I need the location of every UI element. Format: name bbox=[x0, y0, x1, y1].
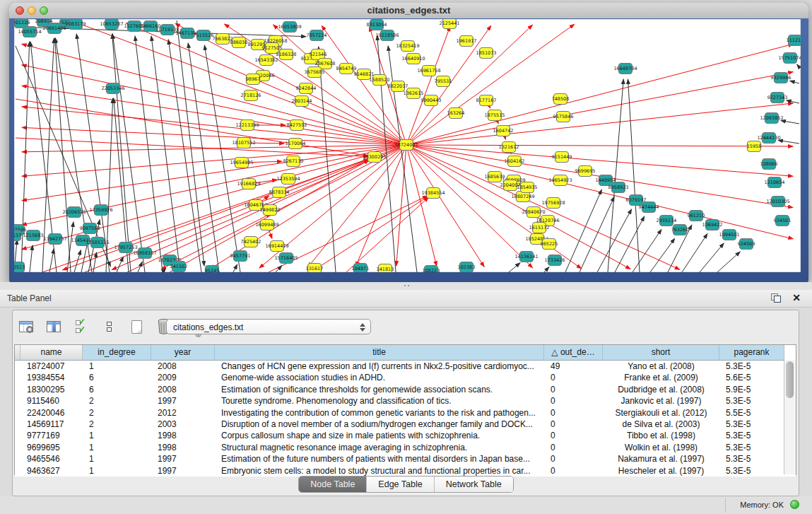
network-table-select[interactable]: citations_edges.txt bbox=[166, 319, 371, 334]
table-row[interactable]: 946362711997Embryonic stem cells: a mode… bbox=[15, 465, 796, 477]
table-row[interactable]: 946554611997Estimation of the future num… bbox=[15, 453, 796, 465]
column-header-1[interactable]: in_degree bbox=[83, 345, 151, 360]
cell[interactable]: 0 bbox=[544, 465, 603, 477]
memory-ok-indicator[interactable] bbox=[790, 500, 799, 509]
column-header-6[interactable]: pagerank bbox=[719, 345, 784, 360]
divider-grip-icon[interactable] bbox=[403, 284, 410, 288]
column-header-4[interactable]: △ out_de… bbox=[544, 345, 603, 360]
graph-node[interactable]: 12444130 bbox=[757, 133, 780, 144]
graph-node[interactable]: 886038 bbox=[230, 37, 248, 48]
cell[interactable]: 1998 bbox=[151, 430, 215, 441]
graph-node[interactable]: 102383 bbox=[458, 262, 476, 273]
table-row[interactable]: 977716911998Corpus callosum shape and si… bbox=[15, 430, 796, 441]
cell[interactable]: 2009 bbox=[151, 372, 215, 383]
graph-node[interactable]: 1210654 bbox=[765, 177, 785, 188]
graph-node[interactable]: 19218586 bbox=[375, 30, 399, 41]
graph-node[interactable]: 2803144 bbox=[292, 96, 312, 107]
cell[interactable]: 19384554 bbox=[20, 372, 83, 383]
graph-node[interactable]: 1851073 bbox=[476, 48, 497, 59]
cell[interactable]: Tourette syndrome. Phenomenology and cla… bbox=[215, 395, 544, 407]
cell[interactable]: 49 bbox=[544, 361, 603, 372]
tab-edge-table[interactable]: Edge Table bbox=[367, 477, 434, 492]
graph-node[interactable]: 924501 bbox=[774, 216, 792, 226]
graph-node[interactable]: 1733426 bbox=[545, 255, 565, 266]
citation-graph[interactable]: 2012262089141523761405571420691406208317… bbox=[14, 19, 801, 272]
cell[interactable]: 1997 bbox=[151, 453, 215, 465]
cell[interactable]: 1997 bbox=[151, 395, 215, 407]
cell[interactable]: Genome-wide association studies in ADHD. bbox=[215, 372, 544, 383]
cell[interactable]: 1998 bbox=[151, 442, 215, 453]
graph-node[interactable]: 95245 bbox=[205, 266, 220, 273]
cell[interactable]: 0 bbox=[544, 453, 603, 465]
cell[interactable]: 5.3E-5 bbox=[719, 395, 784, 407]
graph-node[interactable]: 795531 bbox=[435, 76, 452, 87]
graph-node[interactable]: 2125441 bbox=[440, 19, 460, 29]
graph-node[interactable]: 1604742 bbox=[493, 126, 514, 136]
graph-node[interactable]: 241502 bbox=[170, 262, 188, 272]
cell[interactable]: 0 bbox=[544, 407, 603, 419]
graph-node[interactable]: 748508 bbox=[552, 94, 570, 105]
cell[interactable]: Franke et al. (2009) bbox=[603, 372, 719, 383]
graph-node[interactable]: 2718126 bbox=[241, 90, 261, 101]
graph-node[interactable]: 141813 bbox=[377, 264, 394, 273]
cell[interactable]: 5.3E-5 bbox=[719, 442, 784, 453]
cell[interactable]: Stergiakouli et al. (2012) bbox=[603, 407, 719, 419]
graph-node[interactable]: 8813054 bbox=[367, 20, 387, 30]
graph-node[interactable]: 108066 bbox=[760, 159, 778, 170]
table-row[interactable]: 1830029562008Estimation of significance … bbox=[15, 384, 796, 395]
split-divider[interactable] bbox=[0, 282, 812, 290]
network-window-titlebar[interactable]: citations_edges.txt bbox=[9, 3, 808, 19]
graph-node[interactable]: 15958 bbox=[747, 141, 762, 152]
graph-node[interactable]: 7857224 bbox=[307, 30, 327, 41]
graph-node[interactable]: 9575846 bbox=[553, 112, 574, 122]
cell[interactable]: 2 bbox=[83, 407, 151, 419]
cell[interactable]: 9699695 bbox=[20, 442, 83, 453]
tab-network-table[interactable]: Network Table bbox=[435, 477, 513, 492]
graph-node[interactable]: 16914479 bbox=[265, 241, 288, 252]
cell[interactable]: 18300295 bbox=[20, 384, 83, 395]
cell[interactable]: 1997 bbox=[151, 465, 215, 477]
cell[interactable]: 0 bbox=[544, 395, 603, 407]
cell[interactable]: 5.9E-5 bbox=[719, 384, 784, 395]
column-header-3[interactable]: title bbox=[215, 345, 544, 360]
graph-node[interactable]: 15716485 bbox=[274, 253, 298, 264]
graph-node[interactable]: 15751074 bbox=[778, 53, 801, 64]
graph-node[interactable]: 19166829 bbox=[237, 179, 260, 189]
cell[interactable]: Jankovic et al. (1997) bbox=[603, 395, 719, 407]
float-panel-icon[interactable] bbox=[771, 293, 781, 303]
cell[interactable]: 5.3E-5 bbox=[719, 419, 784, 430]
cell[interactable]: 1 bbox=[83, 465, 151, 477]
cell[interactable]: 14569117 bbox=[20, 419, 83, 430]
graph-node[interactable]: 9227343 bbox=[767, 93, 788, 103]
graph-node[interactable]: 10653287 bbox=[100, 19, 123, 30]
close-panel-icon[interactable]: ✕ bbox=[792, 292, 801, 303]
graph-node[interactable]: 131617 bbox=[306, 264, 324, 273]
cell[interactable]: 1 bbox=[83, 442, 151, 453]
cell[interactable]: Embryonic stem cells: a model to study s… bbox=[215, 465, 544, 477]
cell[interactable]: 5.3E-5 bbox=[719, 453, 784, 465]
cell[interactable]: 6 bbox=[83, 372, 151, 383]
cell[interactable]: Estimation of the future numbers of pati… bbox=[215, 453, 544, 465]
table-row[interactable]: 969969511998Structural magnetic resonanc… bbox=[15, 442, 796, 453]
row-height-button[interactable] bbox=[98, 316, 119, 337]
cell[interactable]: 5.6E-5 bbox=[719, 372, 784, 383]
column-header-5[interactable]: short bbox=[603, 345, 719, 360]
graph-node[interactable]: 22053346 bbox=[101, 83, 124, 94]
graph-node[interactable]: 12093852 bbox=[760, 113, 783, 124]
scrollbar-thumb[interactable] bbox=[786, 361, 794, 398]
graph-node[interactable]: 1604162 bbox=[505, 156, 525, 167]
cell[interactable]: 2 bbox=[83, 419, 151, 430]
graph-node[interactable]: 8267130 bbox=[283, 156, 304, 167]
cell[interactable]: 2008 bbox=[151, 384, 215, 395]
graph-node[interactable]: 8822037 bbox=[388, 81, 408, 92]
graph-node[interactable]: 16543382 bbox=[254, 55, 278, 66]
graph-node[interactable]: 965225 bbox=[541, 239, 558, 250]
graph-node[interactable]: 163264 bbox=[447, 108, 465, 119]
cell[interactable]: 6 bbox=[83, 384, 151, 395]
graph-node[interactable]: 98967 bbox=[246, 74, 261, 85]
graph-node[interactable]: 9151449 bbox=[552, 152, 572, 163]
create-new-table-button[interactable] bbox=[126, 316, 147, 337]
graph-node[interactable]: 16961758 bbox=[417, 66, 440, 76]
graph-node[interactable]: 108223 bbox=[423, 266, 440, 273]
cell[interactable]: 2 bbox=[83, 395, 151, 407]
